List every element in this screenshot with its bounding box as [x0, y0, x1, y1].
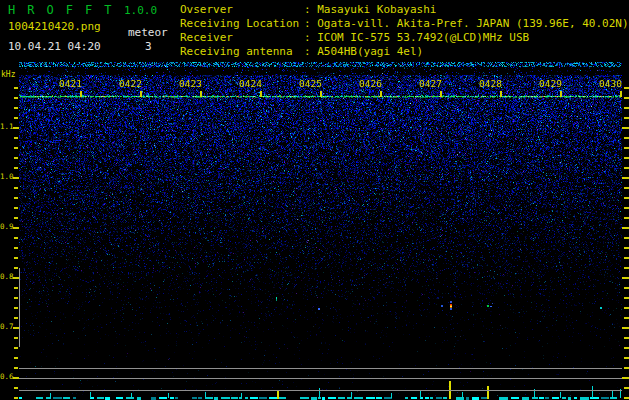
freq-tick-minor-right [624, 347, 629, 349]
time-axis-label: 0424 [236, 78, 262, 89]
freq-tick-minor [14, 357, 18, 359]
freq-tick-minor-right [624, 107, 629, 109]
time-tick [320, 91, 322, 97]
freq-axis-label: 0.8 [0, 272, 13, 281]
level-scale-line [19, 268, 20, 347]
freq-tick-major [13, 177, 19, 179]
hrofft-window: H R O F F T 1.0.0 1004210420.png meteor … [0, 0, 629, 400]
app-version: 1.0.0 [124, 4, 157, 17]
freq-tick-minor [14, 137, 18, 139]
freq-tick-minor-right [624, 387, 629, 389]
meteor-count-value: 3 [145, 40, 152, 53]
freq-tick-minor-right [624, 87, 629, 89]
station-info-value: : ICOM IC-575 53.7492(@LCD)MHz USB [304, 31, 529, 44]
freq-tick-minor [14, 187, 18, 189]
time-tick [260, 91, 262, 97]
station-info-block: Ovserver: Masayuki KobayashiReceiving Lo… [180, 3, 629, 59]
freq-tick-minor-right [624, 237, 629, 239]
freq-tick-minor [14, 347, 18, 349]
freq-tick-minor-right [624, 317, 629, 319]
station-info-row: Ovserver: Masayuki Kobayashi [180, 3, 629, 17]
freq-tick-major-right [622, 277, 629, 279]
time-axis-label: 0427 [416, 78, 442, 89]
station-info-label: Receiver [180, 31, 304, 45]
freq-tick-minor-right [624, 247, 629, 249]
time-axis-label: 0421 [56, 78, 82, 89]
capture-filename: 1004210420.png [8, 20, 101, 33]
freq-tick-minor-right [624, 137, 629, 139]
freq-tick-minor-right [624, 257, 629, 259]
meteor-count-label: meteor [128, 26, 168, 39]
freq-tick-minor [14, 97, 18, 99]
freq-tick-minor [14, 217, 18, 219]
freq-tick-major-right [622, 227, 629, 229]
reference-gridline [19, 368, 622, 369]
freq-tick-major-right [622, 327, 629, 329]
freq-tick-minor-right [624, 217, 629, 219]
time-tick [440, 91, 442, 97]
freq-tick-minor [14, 317, 18, 319]
time-tick [620, 91, 622, 97]
station-info-label: Receiving antenna [180, 45, 304, 59]
reference-gridline [19, 390, 622, 391]
freq-tick-minor [14, 397, 18, 399]
time-axis-label: 0428 [476, 78, 502, 89]
station-info-value: : Ogata-vill. Akita-Pref. JAPAN (139.96E… [304, 17, 629, 30]
freq-tick-minor [14, 87, 18, 89]
freq-tick-minor [14, 247, 18, 249]
freq-tick-minor-right [624, 187, 629, 189]
time-tick [380, 91, 382, 97]
freq-tick-minor [14, 267, 18, 269]
freq-tick-minor-right [624, 307, 629, 309]
freq-tick-minor-right [624, 157, 629, 159]
time-axis-label: 0425 [296, 78, 322, 89]
time-tick [80, 91, 82, 97]
freq-tick-minor-right [624, 267, 629, 269]
station-info-row: Receiver: ICOM IC-575 53.7492(@LCD)MHz U… [180, 31, 629, 45]
time-axis-label: 0422 [116, 78, 142, 89]
freq-tick-minor-right [624, 97, 629, 99]
freq-tick-minor [14, 147, 18, 149]
freq-tick-minor-right [624, 197, 629, 199]
station-info-label: Receiving Location [180, 17, 304, 31]
freq-tick-major-right [622, 127, 629, 129]
time-axis-label: 0429 [536, 78, 562, 89]
freq-tick-minor [14, 307, 18, 309]
freq-axis-unit-label: kHz [1, 70, 15, 79]
freq-tick-minor [14, 107, 18, 109]
freq-tick-minor-right [624, 397, 629, 399]
reference-gridline [19, 378, 622, 379]
freq-tick-minor-right [624, 207, 629, 209]
freq-tick-minor [14, 157, 18, 159]
time-axis-label: 0423 [176, 78, 202, 89]
freq-tick-major-right [622, 377, 629, 379]
time-tick [200, 91, 202, 97]
freq-tick-major [13, 127, 19, 129]
freq-axis-label: 0.6 [0, 372, 13, 381]
time-axis-label: 0430 [596, 78, 622, 89]
time-tick [560, 91, 562, 97]
station-info-value: : Masayuki Kobayashi [304, 3, 436, 16]
freq-tick-minor [14, 207, 18, 209]
capture-datetime: 10.04.21 04:20 [8, 40, 101, 53]
freq-tick-minor [14, 237, 18, 239]
freq-tick-minor-right [624, 147, 629, 149]
freq-axis-label: 0.9 [0, 222, 13, 231]
freq-tick-minor-right [624, 287, 629, 289]
time-tick [140, 91, 142, 97]
freq-tick-minor [14, 337, 18, 339]
freq-axis-label: 0.7 [0, 322, 13, 331]
freq-tick-minor-right [624, 367, 629, 369]
station-info-label: Ovserver [180, 3, 304, 17]
freq-tick-minor [14, 257, 18, 259]
time-tick [500, 91, 502, 97]
freq-tick-minor [14, 297, 18, 299]
freq-tick-major-right [622, 177, 629, 179]
freq-tick-minor-right [624, 337, 629, 339]
freq-tick-minor-right [624, 357, 629, 359]
freq-tick-major [13, 227, 19, 229]
freq-tick-minor [14, 287, 18, 289]
freq-axis-label: 1.1 [0, 122, 13, 131]
freq-tick-minor [14, 367, 18, 369]
freq-tick-minor-right [624, 297, 629, 299]
